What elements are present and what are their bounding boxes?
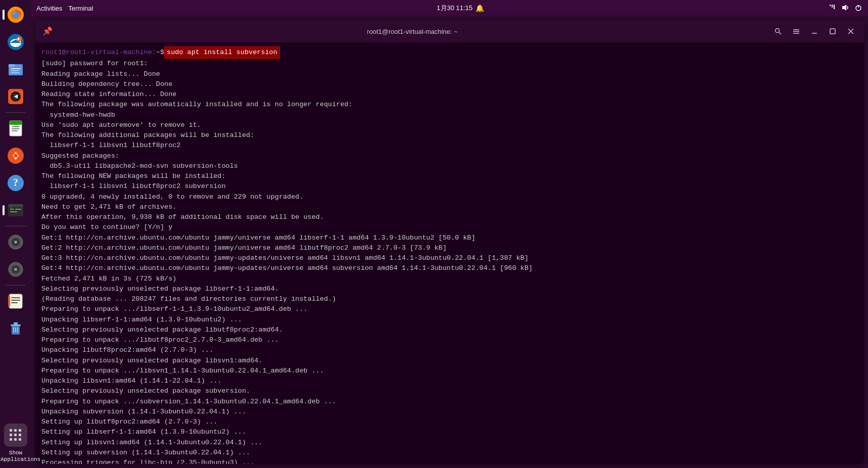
- taskbar-firefox[interactable]: [4, 3, 27, 26]
- svg-rect-29: [10, 211, 17, 212]
- taskbar-optical-2[interactable]: [4, 258, 27, 281]
- app-name-label[interactable]: Terminal: [68, 5, 93, 12]
- line-38: Setting up libserf-1-1:amd64 (1.3.9-10ub…: [41, 427, 858, 437]
- show-applications-button[interactable]: [4, 424, 27, 447]
- line-24: Selecting previously unselected package …: [41, 284, 858, 294]
- svg-point-34: [15, 242, 17, 243]
- line-10: libserf-1-1 libsvn1 libutf8proc2: [41, 141, 858, 151]
- svg-rect-8: [9, 64, 15, 67]
- svg-rect-20: [12, 130, 18, 131]
- taskbar-app-center[interactable]: [4, 144, 27, 167]
- svg-rect-39: [9, 294, 22, 308]
- svg-rect-10: [11, 70, 19, 71]
- line-17: After this operation, 9,938 kB of additi…: [41, 212, 858, 222]
- line-41: Processing triggers for libc-bin (2.35-0…: [41, 458, 858, 464]
- topbar: Activities Terminal 1月30 11:15 🔔: [31, 0, 868, 16]
- taskbar-separator-2: [6, 226, 26, 226]
- svg-line-57: [779, 32, 781, 34]
- svg-rect-28: [15, 209, 21, 210]
- line-28: Selecting previously unselected package …: [41, 325, 858, 335]
- minimize-button[interactable]: [806, 24, 823, 38]
- svg-text:$_: $_: [10, 206, 14, 209]
- svg-rect-58: [793, 29, 799, 30]
- prompt-1: root1@root1-virtual-machine:: [41, 48, 156, 58]
- line-8: Use 'sudo apt autoremove' to remove it.: [41, 120, 858, 130]
- show-applications-label: Show Applications: [1, 450, 31, 463]
- line-25: (Reading database ... 208247 files and d…: [41, 294, 858, 304]
- line-16: Need to get 2,471 kB of archives.: [41, 202, 858, 212]
- line-40: Setting up subversion (1.14.1-3ubuntu0.2…: [41, 448, 858, 458]
- taskbar-separator-3: [6, 285, 26, 286]
- line-23: Fetched 2,471 kB in 3s (725 kB/s): [41, 274, 858, 284]
- taskbar-writer[interactable]: [4, 117, 27, 140]
- svg-rect-52: [834, 5, 835, 9]
- close-button[interactable]: [843, 24, 859, 38]
- show-apps-section: Show Applications: [1, 424, 31, 463]
- taskbar-recycle[interactable]: [4, 317, 27, 340]
- svg-rect-62: [830, 29, 835, 34]
- svg-rect-51: [832, 5, 833, 8]
- search-button[interactable]: [770, 24, 786, 38]
- activities-button[interactable]: Activities: [36, 5, 62, 12]
- svg-rect-11: [11, 72, 20, 73]
- line-37: Setting up libutf8proc2:amd64 (2.7.0-3) …: [41, 417, 858, 427]
- terminal-controls: [770, 24, 859, 38]
- command-1: sudo apt install subversion: [164, 46, 280, 59]
- main-area: Activities Terminal 1月30 11:15 🔔: [31, 0, 868, 468]
- maximize-button[interactable]: [825, 24, 841, 38]
- line-18: Do you want to continue? [Y/n] y: [41, 222, 858, 232]
- svg-rect-43: [8, 296, 10, 307]
- taskbar: ? $_: [0, 0, 31, 468]
- taskbar-help[interactable]: ?: [4, 171, 27, 195]
- topbar-right: [828, 3, 863, 14]
- svg-rect-59: [793, 31, 799, 32]
- svg-marker-53: [842, 5, 846, 11]
- topbar-left: Activities Terminal: [36, 5, 93, 12]
- svg-rect-45: [11, 324, 21, 326]
- line-22: Get:4 http://cn.archive.ubuntu.com/ubunt…: [41, 263, 858, 273]
- svg-point-22: [14, 154, 18, 158]
- line-36: Unpacking subversion (1.14.1-3ubuntu0.22…: [41, 407, 858, 417]
- line-27: Unpacking libserf-1-1:amd64 (1.3.9-10ubu…: [41, 315, 858, 325]
- network-icon: [828, 3, 837, 14]
- line-11: Suggested packages:: [41, 151, 858, 161]
- line-15: 0 upgraded, 4 newly installed, 0 to remo…: [41, 192, 858, 202]
- line-3: Reading package lists... Done: [41, 69, 858, 79]
- svg-rect-27: [10, 209, 14, 210]
- svg-rect-42: [11, 302, 18, 303]
- taskbar-rhythmbox[interactable]: [4, 85, 27, 108]
- apps-grid-icon: [10, 429, 22, 441]
- line-33: Unpacking libsvn1:amd64 (1.14.1-22.04.1)…: [41, 376, 858, 386]
- dollar-1: ~$: [156, 48, 164, 58]
- taskbar-optical-1[interactable]: [4, 230, 27, 254]
- line-12: db5.3-util libapache2-mod-svn subversion…: [41, 161, 858, 171]
- svg-rect-19: [12, 128, 20, 129]
- line-29: Preparing to unpack .../libutf8proc2_2.7…: [41, 335, 858, 345]
- line-21: Get:3 http://cn.archive.ubuntu.com/ubunt…: [41, 253, 858, 263]
- line-14: libserf-1-1 libsvn1 libutf8proc2 subvers…: [41, 181, 858, 192]
- terminal-titlebar: 📌 root1@root1-virtual-machine: ~: [35, 20, 864, 42]
- line-7: systemd-hwe-hwdb: [41, 110, 858, 120]
- line-30: Unpacking libutf8proc2:amd64 (2.7.0-3) .…: [41, 345, 858, 355]
- terminal-line-1: root1@root1-virtual-machine:~$ sudo apt …: [41, 46, 858, 59]
- datetime-label: 1月30 11:15: [437, 4, 472, 13]
- svg-rect-46: [14, 322, 18, 324]
- taskbar-terminal[interactable]: $_: [4, 199, 27, 222]
- svg-rect-17: [10, 121, 22, 125]
- svg-rect-61: [812, 33, 817, 34]
- taskbar-notes[interactable]: [4, 290, 27, 313]
- svg-rect-41: [11, 300, 20, 301]
- menu-button[interactable]: [788, 24, 804, 38]
- bell-icon: 🔔: [475, 4, 484, 12]
- svg-rect-18: [12, 126, 20, 127]
- terminal-content[interactable]: root1@root1-virtual-machine:~$ sudo apt …: [35, 42, 864, 464]
- line-5: Reading state information... Done: [41, 89, 858, 100]
- power-icon: [854, 3, 863, 14]
- svg-rect-40: [11, 297, 20, 298]
- taskbar-files[interactable]: [4, 58, 27, 81]
- taskbar-thunderbird[interactable]: [4, 30, 27, 54]
- svg-text:?: ?: [13, 177, 18, 188]
- pin-icon[interactable]: 📌: [40, 24, 55, 38]
- line-39: Setting up libsvn1:amd64 (1.14.1-3ubuntu…: [41, 438, 858, 448]
- svg-rect-50: [830, 5, 831, 6]
